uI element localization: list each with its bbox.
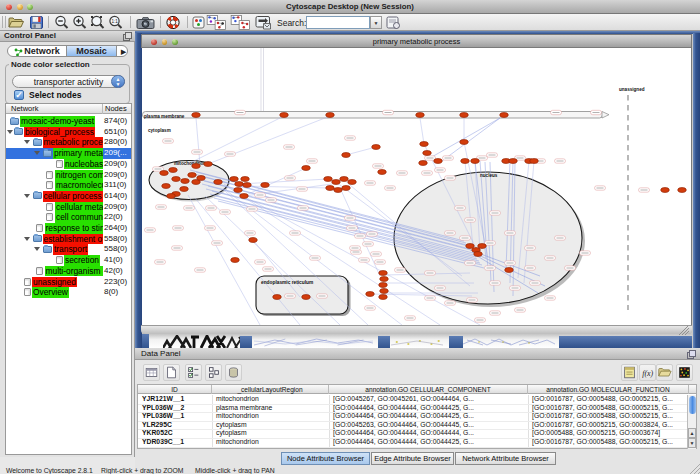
- svg-text:endoplasmic reticulum: endoplasmic reticulum: [261, 280, 313, 285]
- svg-text:1:1: 1:1: [111, 19, 118, 24]
- svg-text:unassigned: unassigned: [619, 87, 645, 92]
- svg-text:plasma membrane: plasma membrane: [144, 114, 185, 119]
- svg-text:nucleus: nucleus: [480, 173, 498, 178]
- svg-text:f(x): f(x): [642, 369, 653, 378]
- svg-text:cytoplasm: cytoplasm: [148, 128, 171, 133]
- svg-text:mitochondrion: mitochondrion: [174, 161, 206, 166]
